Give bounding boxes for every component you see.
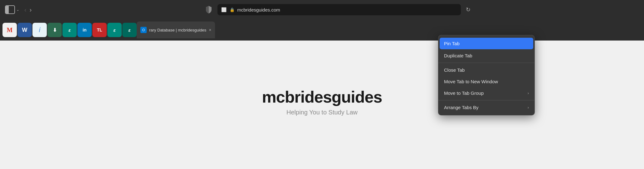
url-text: mcbridesguides.com (237, 7, 280, 12)
sidebar-toggle[interactable]: ⌄ (5, 5, 19, 14)
menu-separator-2 (438, 100, 534, 100)
menu-item-duplicate-tab[interactable]: Duplicate Tab (438, 50, 534, 61)
menu-item-arrange-tabs-by-label: Arrange Tabs By (444, 105, 479, 110)
back-button[interactable]: ‹ (24, 7, 27, 13)
tab-linkedin[interactable]: in (77, 23, 92, 37)
menu-item-pin-tab[interactable]: Pin Tab (440, 38, 533, 49)
menu-item-move-tab-new-window[interactable]: Move Tab to New Window (438, 76, 534, 87)
shield-icon (204, 4, 214, 15)
menu-item-pin-tab-label: Pin Tab (444, 41, 460, 46)
tab-teal2[interactable]: ε (107, 23, 122, 37)
toolbar: ⌄ ‹ › ⬜ 🔒 mcbridesguides.com (0, 0, 644, 19)
menu-item-arrange-tabs-by[interactable]: Arrange Tabs By › (438, 102, 534, 113)
arrange-tabs-by-arrow-icon: › (528, 105, 529, 110)
tab-close-button[interactable]: × (209, 27, 211, 32)
menu-item-move-tab-new-window-label: Move Tab to New Window (444, 79, 498, 84)
refresh-button[interactable]: ↻ (466, 6, 471, 13)
tab-teal[interactable]: ε (62, 23, 77, 37)
tab-info[interactable]: i (32, 23, 47, 37)
lock-icon: 🔒 (230, 7, 235, 12)
pinned-tabs: M W i ⬇ ε in TL ε ε (2, 23, 137, 37)
active-tab-title: rary Database | mcbridesguides (149, 28, 206, 32)
sidebar-icon (5, 5, 15, 14)
tab-green[interactable]: ⬇ (47, 23, 62, 37)
tab-gmail[interactable]: M (2, 23, 17, 37)
page-icon: ⬜ (221, 7, 227, 12)
context-menu: Pin Tab Duplicate Tab Close Tab Move Tab… (438, 35, 535, 115)
tab-teal3[interactable]: ε (122, 23, 137, 37)
tab-word[interactable]: W (17, 23, 32, 37)
menu-item-close-tab-label: Close Tab (444, 67, 465, 73)
chevron-down-icon: ⌄ (16, 7, 19, 12)
tab-red[interactable]: TL (92, 23, 107, 37)
active-tab[interactable]: O rary Database | mcbridesguides × (137, 22, 215, 38)
tabs-bar: M W i ⬇ ε in TL ε ε O rary Database | mc… (0, 19, 644, 41)
site-subtitle: Helping You to Study Law (262, 109, 382, 116)
page-content: mcbridesguides Helping You to Study Law (262, 88, 382, 116)
site-title: mcbridesguides (262, 88, 382, 106)
address-bar[interactable]: ⬜ 🔒 mcbridesguides.com (217, 4, 461, 15)
menu-separator-1 (438, 63, 534, 63)
content-area: mcbridesguides Helping You to Study Law … (0, 41, 644, 169)
forward-button[interactable]: › (30, 7, 32, 13)
menu-item-duplicate-tab-label: Duplicate Tab (444, 53, 472, 58)
move-to-tab-group-arrow-icon: › (528, 91, 529, 95)
browser-chrome: ⌄ ‹ › ⬜ 🔒 mcbridesguides.com (0, 0, 644, 41)
menu-item-move-to-tab-group[interactable]: Move to Tab Group › (438, 87, 534, 99)
menu-item-close-tab[interactable]: Close Tab (438, 64, 534, 76)
active-tab-favicon: O (140, 27, 147, 33)
menu-item-move-to-tab-group-label: Move to Tab Group (444, 90, 484, 96)
